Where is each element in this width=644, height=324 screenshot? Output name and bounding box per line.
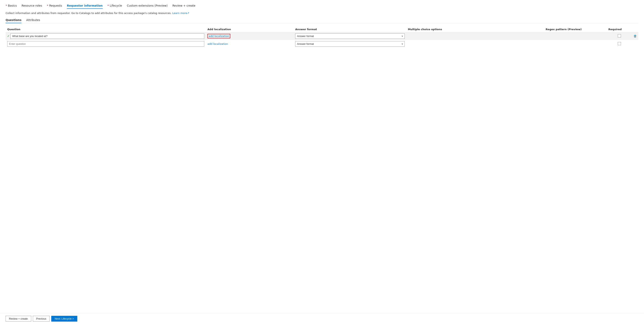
col-header-regex: Regex pattern (Preview) <box>544 27 607 32</box>
sub-tab-questions[interactable]: Questions <box>6 18 22 23</box>
col-header-required: Required <box>607 27 632 32</box>
next-lifecycle-button[interactable]: Next: Lifecycle > <box>51 316 77 322</box>
add-localization-link-2[interactable]: add localization <box>208 42 228 45</box>
add-localization-link-1-highlighted[interactable]: add localization <box>208 34 230 38</box>
review-create-button[interactable]: Review + create <box>6 316 31 322</box>
footer: Review + create Previous Next: Lifecycle… <box>0 313 644 324</box>
nav-tabs: Basics Resource roles Requests Requestor… <box>6 4 638 9</box>
learn-more-link[interactable]: Learn more↗ <box>172 11 189 14</box>
sub-tab-attributes[interactable]: Attributes <box>26 18 40 23</box>
tab-basics[interactable]: Basics <box>6 4 17 9</box>
required-checkbox-2[interactable] <box>618 42 621 45</box>
answer-format-select-1[interactable]: Answer format Short answer Long answer M… <box>295 33 405 39</box>
table-row: add localization Answer format Short ans… <box>6 40 638 48</box>
tab-lifecycle[interactable]: Lifecycle <box>108 4 122 9</box>
col-header-multiple-choice: Multiple choice options <box>406 27 544 32</box>
previous-button[interactable]: Previous <box>33 316 50 322</box>
questions-table: Question Add localization Answer format … <box>6 27 638 48</box>
delete-cell-2 <box>632 40 638 48</box>
page-description: Collect information and attributes from … <box>6 11 638 15</box>
tab-requests[interactable]: Requests <box>47 4 62 9</box>
regex-cell-1 <box>544 32 607 40</box>
col-header-delete <box>632 27 638 32</box>
required-checkbox-1[interactable] <box>618 34 621 37</box>
multiple-choice-cell-1 <box>406 32 544 40</box>
tab-resource-roles[interactable]: Resource roles <box>22 4 42 9</box>
sub-tabs: Questions Attributes <box>6 18 638 23</box>
tab-custom-extensions[interactable]: Custom extensions (Preview) <box>127 4 168 9</box>
check-icon: ✓ <box>7 34 10 38</box>
question-input-2[interactable] <box>7 41 204 47</box>
col-header-localization: Add localization <box>206 27 294 32</box>
tab-requestor-information[interactable]: Requestor information <box>67 4 103 9</box>
regex-cell-2 <box>544 40 607 48</box>
table-row: ✓ add localization Answer format Short a… <box>6 32 638 40</box>
tab-review-create-nav[interactable]: Review + create <box>172 4 196 9</box>
answer-format-wrapper-2: Answer format Short answer Long answer M… <box>295 41 405 47</box>
question-input-1[interactable] <box>10 33 204 39</box>
multiple-choice-cell-2 <box>406 40 544 48</box>
answer-format-wrapper-1: Answer format Short answer Long answer M… <box>295 33 405 39</box>
col-header-answer-format: Answer format <box>294 27 406 32</box>
delete-icon-1[interactable]: 🗑 <box>634 34 637 38</box>
col-header-question: Question <box>6 27 206 32</box>
answer-format-select-2[interactable]: Answer format Short answer Long answer M… <box>295 41 405 47</box>
